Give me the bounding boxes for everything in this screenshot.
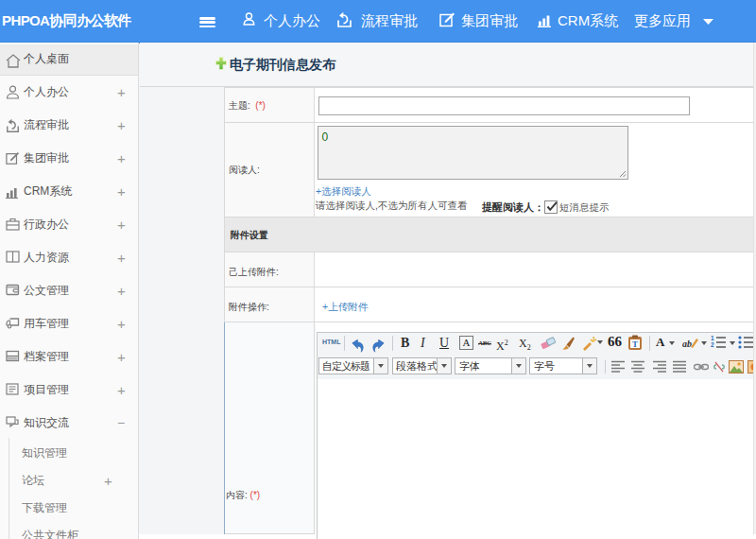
svg-text:2: 2 xyxy=(711,341,714,348)
svg-text:1: 1 xyxy=(711,335,714,341)
svg-text:ab: ab xyxy=(682,339,692,349)
svg-text:T: T xyxy=(632,339,638,349)
